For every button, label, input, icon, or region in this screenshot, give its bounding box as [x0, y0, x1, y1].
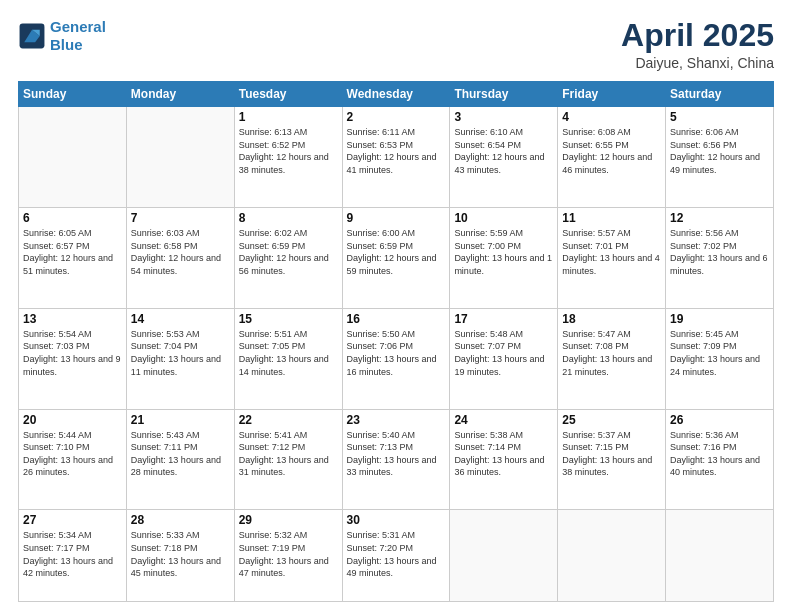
calendar-cell: 12Sunrise: 5:56 AM Sunset: 7:02 PM Dayli…: [666, 207, 774, 308]
day-number: 27: [23, 513, 122, 527]
day-info: Sunrise: 5:48 AM Sunset: 7:07 PM Dayligh…: [454, 328, 553, 378]
calendar-cell: [19, 107, 127, 208]
day-info: Sunrise: 5:53 AM Sunset: 7:04 PM Dayligh…: [131, 328, 230, 378]
day-number: 28: [131, 513, 230, 527]
day-number: 24: [454, 413, 553, 427]
day-number: 26: [670, 413, 769, 427]
day-number: 29: [239, 513, 338, 527]
day-info: Sunrise: 6:06 AM Sunset: 6:56 PM Dayligh…: [670, 126, 769, 176]
day-number: 18: [562, 312, 661, 326]
day-info: Sunrise: 5:44 AM Sunset: 7:10 PM Dayligh…: [23, 429, 122, 479]
calendar-cell: 22Sunrise: 5:41 AM Sunset: 7:12 PM Dayli…: [234, 409, 342, 510]
day-info: Sunrise: 5:40 AM Sunset: 7:13 PM Dayligh…: [347, 429, 446, 479]
day-info: Sunrise: 5:59 AM Sunset: 7:00 PM Dayligh…: [454, 227, 553, 277]
col-header-sunday: Sunday: [19, 82, 127, 107]
calendar-cell: 19Sunrise: 5:45 AM Sunset: 7:09 PM Dayli…: [666, 308, 774, 409]
calendar-cell: 15Sunrise: 5:51 AM Sunset: 7:05 PM Dayli…: [234, 308, 342, 409]
day-number: 6: [23, 211, 122, 225]
day-number: 10: [454, 211, 553, 225]
day-info: Sunrise: 5:50 AM Sunset: 7:06 PM Dayligh…: [347, 328, 446, 378]
day-number: 20: [23, 413, 122, 427]
week-row-5: 27Sunrise: 5:34 AM Sunset: 7:17 PM Dayli…: [19, 510, 774, 602]
calendar-cell: 9Sunrise: 6:00 AM Sunset: 6:59 PM Daylig…: [342, 207, 450, 308]
col-header-wednesday: Wednesday: [342, 82, 450, 107]
day-info: Sunrise: 6:03 AM Sunset: 6:58 PM Dayligh…: [131, 227, 230, 277]
col-header-saturday: Saturday: [666, 82, 774, 107]
day-number: 7: [131, 211, 230, 225]
day-info: Sunrise: 6:00 AM Sunset: 6:59 PM Dayligh…: [347, 227, 446, 277]
day-number: 1: [239, 110, 338, 124]
calendar-cell: 29Sunrise: 5:32 AM Sunset: 7:19 PM Dayli…: [234, 510, 342, 602]
calendar-cell: 20Sunrise: 5:44 AM Sunset: 7:10 PM Dayli…: [19, 409, 127, 510]
day-info: Sunrise: 5:47 AM Sunset: 7:08 PM Dayligh…: [562, 328, 661, 378]
calendar-cell: [450, 510, 558, 602]
calendar-cell: 26Sunrise: 5:36 AM Sunset: 7:16 PM Dayli…: [666, 409, 774, 510]
day-info: Sunrise: 5:43 AM Sunset: 7:11 PM Dayligh…: [131, 429, 230, 479]
day-number: 21: [131, 413, 230, 427]
day-info: Sunrise: 6:05 AM Sunset: 6:57 PM Dayligh…: [23, 227, 122, 277]
logo-line2: Blue: [50, 36, 83, 53]
day-info: Sunrise: 5:38 AM Sunset: 7:14 PM Dayligh…: [454, 429, 553, 479]
day-info: Sunrise: 5:34 AM Sunset: 7:17 PM Dayligh…: [23, 529, 122, 579]
logo-text: General Blue: [50, 18, 106, 54]
location: Daiyue, Shanxi, China: [621, 55, 774, 71]
calendar-cell: 27Sunrise: 5:34 AM Sunset: 7:17 PM Dayli…: [19, 510, 127, 602]
day-info: Sunrise: 5:56 AM Sunset: 7:02 PM Dayligh…: [670, 227, 769, 277]
logo: General Blue: [18, 18, 106, 54]
calendar-cell: 3Sunrise: 6:10 AM Sunset: 6:54 PM Daylig…: [450, 107, 558, 208]
calendar-cell: 8Sunrise: 6:02 AM Sunset: 6:59 PM Daylig…: [234, 207, 342, 308]
month-title: April 2025: [621, 18, 774, 53]
day-number: 15: [239, 312, 338, 326]
calendar-cell: 17Sunrise: 5:48 AM Sunset: 7:07 PM Dayli…: [450, 308, 558, 409]
day-number: 8: [239, 211, 338, 225]
calendar-cell: 2Sunrise: 6:11 AM Sunset: 6:53 PM Daylig…: [342, 107, 450, 208]
day-number: 12: [670, 211, 769, 225]
day-number: 13: [23, 312, 122, 326]
day-number: 25: [562, 413, 661, 427]
day-info: Sunrise: 6:02 AM Sunset: 6:59 PM Dayligh…: [239, 227, 338, 277]
day-info: Sunrise: 6:13 AM Sunset: 6:52 PM Dayligh…: [239, 126, 338, 176]
day-number: 14: [131, 312, 230, 326]
day-info: Sunrise: 5:45 AM Sunset: 7:09 PM Dayligh…: [670, 328, 769, 378]
day-info: Sunrise: 5:36 AM Sunset: 7:16 PM Dayligh…: [670, 429, 769, 479]
title-block: April 2025 Daiyue, Shanxi, China: [621, 18, 774, 71]
day-number: 22: [239, 413, 338, 427]
week-row-3: 13Sunrise: 5:54 AM Sunset: 7:03 PM Dayli…: [19, 308, 774, 409]
day-number: 23: [347, 413, 446, 427]
day-number: 30: [347, 513, 446, 527]
calendar-cell: 30Sunrise: 5:31 AM Sunset: 7:20 PM Dayli…: [342, 510, 450, 602]
logo-icon: [18, 22, 46, 50]
day-number: 11: [562, 211, 661, 225]
col-header-monday: Monday: [126, 82, 234, 107]
calendar-cell: 7Sunrise: 6:03 AM Sunset: 6:58 PM Daylig…: [126, 207, 234, 308]
calendar-cell: 14Sunrise: 5:53 AM Sunset: 7:04 PM Dayli…: [126, 308, 234, 409]
col-header-tuesday: Tuesday: [234, 82, 342, 107]
day-info: Sunrise: 6:10 AM Sunset: 6:54 PM Dayligh…: [454, 126, 553, 176]
day-number: 9: [347, 211, 446, 225]
calendar-cell: 1Sunrise: 6:13 AM Sunset: 6:52 PM Daylig…: [234, 107, 342, 208]
day-info: Sunrise: 5:31 AM Sunset: 7:20 PM Dayligh…: [347, 529, 446, 579]
day-number: 3: [454, 110, 553, 124]
day-info: Sunrise: 5:51 AM Sunset: 7:05 PM Dayligh…: [239, 328, 338, 378]
calendar-cell: [666, 510, 774, 602]
header: General Blue April 2025 Daiyue, Shanxi, …: [18, 18, 774, 71]
day-info: Sunrise: 5:57 AM Sunset: 7:01 PM Dayligh…: [562, 227, 661, 277]
logo-line1: General: [50, 18, 106, 35]
day-info: Sunrise: 5:41 AM Sunset: 7:12 PM Dayligh…: [239, 429, 338, 479]
calendar-cell: 18Sunrise: 5:47 AM Sunset: 7:08 PM Dayli…: [558, 308, 666, 409]
week-row-4: 20Sunrise: 5:44 AM Sunset: 7:10 PM Dayli…: [19, 409, 774, 510]
calendar-cell: 5Sunrise: 6:06 AM Sunset: 6:56 PM Daylig…: [666, 107, 774, 208]
day-info: Sunrise: 5:37 AM Sunset: 7:15 PM Dayligh…: [562, 429, 661, 479]
day-info: Sunrise: 5:32 AM Sunset: 7:19 PM Dayligh…: [239, 529, 338, 579]
week-row-2: 6Sunrise: 6:05 AM Sunset: 6:57 PM Daylig…: [19, 207, 774, 308]
calendar-cell: 13Sunrise: 5:54 AM Sunset: 7:03 PM Dayli…: [19, 308, 127, 409]
calendar-cell: 23Sunrise: 5:40 AM Sunset: 7:13 PM Dayli…: [342, 409, 450, 510]
calendar-cell: 25Sunrise: 5:37 AM Sunset: 7:15 PM Dayli…: [558, 409, 666, 510]
calendar-cell: 16Sunrise: 5:50 AM Sunset: 7:06 PM Dayli…: [342, 308, 450, 409]
day-info: Sunrise: 5:33 AM Sunset: 7:18 PM Dayligh…: [131, 529, 230, 579]
day-number: 17: [454, 312, 553, 326]
day-info: Sunrise: 6:11 AM Sunset: 6:53 PM Dayligh…: [347, 126, 446, 176]
calendar-cell: 6Sunrise: 6:05 AM Sunset: 6:57 PM Daylig…: [19, 207, 127, 308]
col-header-thursday: Thursday: [450, 82, 558, 107]
day-number: 4: [562, 110, 661, 124]
